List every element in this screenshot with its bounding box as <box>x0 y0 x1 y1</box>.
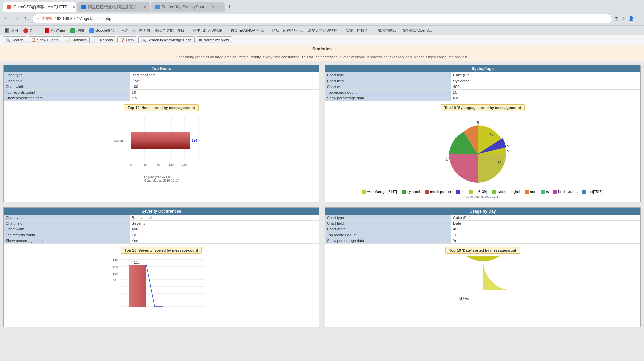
meta-value: Bars horizontal <box>130 72 319 78</box>
meta-label: Chart width <box>325 226 451 232</box>
syslog-tags-chart-area: Top 10 'Syslogtag' sorted by messagecoun… <box>325 101 640 202</box>
maps-icon <box>70 28 75 33</box>
meta-value: Date <box>451 221 640 226</box>
legend-color <box>525 190 529 194</box>
severity-panel: Severity Occurences Chart type Bars vert… <box>3 207 319 327</box>
bookmark-yuzhiyu[interactable]: 鱼之于王 - 博客园 <box>119 27 152 34</box>
meta-value: Yes <box>451 238 640 244</box>
reload-button[interactable]: ↻ <box>23 14 30 23</box>
svg-text:80: 80 <box>157 163 160 166</box>
syslog-tags-svg-element: 46 31 18 14 6 3 5 <box>424 114 541 188</box>
translate-icon[interactable]: ⊞ <box>614 16 619 21</box>
svg-rect-33 <box>129 265 146 307</box>
tab-1[interactable]: OpenGSD的博客-LAMP,HTTP... × <box>3 2 76 12</box>
syslog-tags-svg: 46 31 18 14 6 3 5 <box>328 114 637 188</box>
usage-by-day-meta: Chart type Cake (Pie) Chart field Date C… <box>325 215 640 244</box>
app-toolbar: 🔍 Search 📋 Show Events 📊 Statistics 📄 Re… <box>0 35 644 45</box>
top-hosts-svg: 124 syslog 0 40 80 120 160 <box>7 114 316 174</box>
tab-close-3[interactable]: × <box>220 4 223 10</box>
search-kb-button[interactable]: 🔍 Search in Knowledge Base <box>138 36 195 43</box>
tab-2[interactable]: 阿里巴巴镜像站 阿里云官方... × <box>77 2 150 12</box>
bookmark-ecshop[interactable]: 首页-ECSHOP™ 免... <box>229 27 268 34</box>
svg-text:40: 40 <box>143 163 147 166</box>
help-button[interactable]: ❓ Help <box>117 36 137 43</box>
youtube-icon: ▶ <box>45 28 49 33</box>
svg-text:syslog: syslog <box>114 139 123 142</box>
syslog-tags-subtitle: Top 10 'Syslogtag' sorted by messagecoun… <box>441 104 525 111</box>
apps-icon: ⊞ <box>5 28 9 33</box>
svg-text:140: 140 <box>113 259 118 262</box>
new-tab-button[interactable]: + <box>225 4 234 11</box>
bookmark-icon[interactable]: ☆ <box>621 16 626 21</box>
bookmark-station[interactable]: 站长导导航 - 寻找... <box>153 27 190 34</box>
severity-meta: Chart type Bars vertical Chart field Sev… <box>4 215 319 244</box>
meta-label: Show percentage data <box>4 95 130 101</box>
meta-row: Top records count 10 <box>4 232 319 238</box>
meta-value: No <box>451 95 640 101</box>
meta-label: Chart width <box>4 226 130 232</box>
legend-label: systemd: <box>407 190 421 194</box>
bookmark-forum[interactable]: 论坛 - 远程论坛 -... <box>270 27 305 34</box>
legend-item: load-sysctrl... <box>553 190 578 194</box>
svg-text:0: 0 <box>130 163 132 166</box>
svg-text:120: 120 <box>169 163 174 166</box>
address-bar[interactable]: ⚠ 不安全 192.168.39.77/log/statistics.php <box>32 14 612 23</box>
legend-label: ke <box>462 190 465 194</box>
gmail-icon <box>23 28 28 33</box>
bookmark-tsinghua[interactable]: 清华大学开源软件... <box>306 27 342 34</box>
bookmark-aliyun[interactable]: 阿里巴巴开源镜像... <box>191 27 227 34</box>
browser-toolbar-icons: ⊞ ☆ 👤 ⋮ <box>614 16 641 21</box>
legend-color <box>402 190 406 194</box>
meta-label: Show percentage data <box>4 238 130 244</box>
statistics-button[interactable]: 📊 Statistics <box>63 36 90 43</box>
legend-color <box>425 190 429 194</box>
legend-label: rs[6139]: <box>475 190 488 194</box>
legend-item: systemd-logind: <box>492 190 521 194</box>
meta-label: Show percentage data <box>325 238 451 244</box>
bookmark-opengs[interactable]: (3条消息)OpenS... <box>400 27 434 34</box>
normalize-view-button[interactable]: ⊞ Normalize View <box>196 36 232 43</box>
search-icon: 🔍 <box>6 38 10 42</box>
tab-close-2[interactable]: × <box>143 4 146 10</box>
address-bar-row: ← → ↻ ⚠ 不安全 192.168.39.77/log/statistics… <box>0 12 644 25</box>
meta-value: 400 <box>451 226 640 232</box>
syslog-tags-title: SyslogTags <box>325 65 640 72</box>
bookmark-domain[interactable]: 域名控制台 <box>376 27 398 34</box>
bookmark-maps[interactable]: 地图 <box>68 27 86 34</box>
menu-icon[interactable]: ⋮ <box>637 16 641 21</box>
show-events-button[interactable]: 📋 Show Events <box>28 36 61 43</box>
meta-value: 10 <box>130 232 319 238</box>
bookmarks-bar: ⊞ 应用 Gmail ▶ YouTube 地图 Google账号· 鱼之于王 -… <box>0 25 644 35</box>
legend-label: nm-dispatcher: <box>430 190 452 194</box>
meta-label: Chart type <box>4 215 130 221</box>
legend-item: rs <box>541 190 549 194</box>
bookmark-youtube[interactable]: ▶ YouTube <box>43 28 67 34</box>
tab-3[interactable]: Source 'My Syslog Source': A... × <box>151 2 225 12</box>
legend-item: root: <box>525 190 537 194</box>
tab-close-1[interactable]: × <box>73 4 76 10</box>
forward-button[interactable]: → <box>13 14 21 23</box>
meta-label: Top records count <box>325 90 451 95</box>
legend-item: nm-dispatcher: <box>425 190 452 194</box>
svg-rect-6 <box>131 132 190 149</box>
bookmark-instance[interactable]: 实例 - 控制台 '... <box>344 27 375 34</box>
meta-row: Chart field Host <box>4 78 319 84</box>
profile-icon[interactable]: 👤 <box>628 16 634 21</box>
svg-text:18: 18 <box>458 174 462 178</box>
usage-by-day-subtitle: Top 10 'Date' sorted by messagecount <box>445 247 520 254</box>
top-hosts-subtitle: Top 10 'Host' sorted by messagecount <box>124 104 199 111</box>
insecure-icon: ⚠ <box>36 17 40 21</box>
legend-color <box>456 190 460 194</box>
bookmark-google[interactable]: Google账号· <box>87 27 118 34</box>
bookmark-apps[interactable]: ⊞ 应用 <box>3 27 20 34</box>
legend-label: rs <box>546 190 549 194</box>
meta-row: Chart width 400 <box>4 84 319 90</box>
svg-text:14: 14 <box>446 157 450 161</box>
reports-button[interactable]: 📄 Reports <box>91 36 116 43</box>
search-button[interactable]: 🔍 Search <box>3 36 26 43</box>
meta-row: Chart field Severity <box>4 221 319 226</box>
meta-row: Top records count 10 <box>325 232 640 238</box>
bookmark-gmail[interactable]: Gmail <box>21 28 41 34</box>
back-button[interactable]: ← <box>3 14 11 23</box>
normalize-view-icon: ⊞ <box>199 38 202 42</box>
